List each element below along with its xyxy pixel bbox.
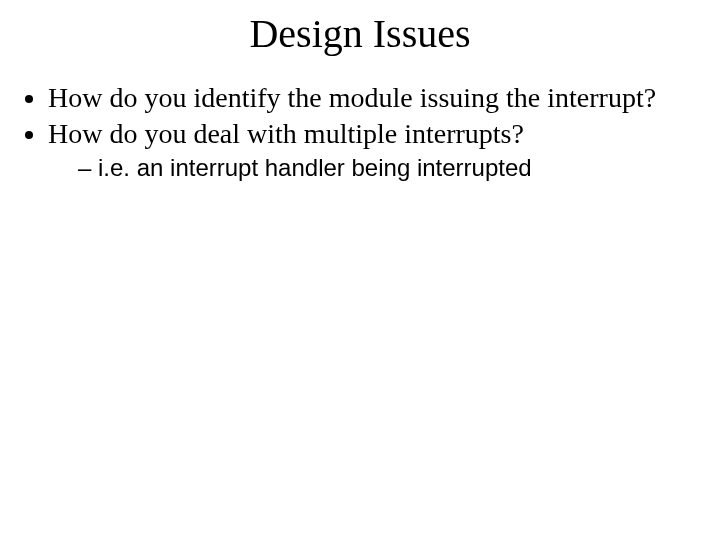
list-item: How do you deal with multiple interrupts… xyxy=(48,117,720,183)
list-item: i.e. an interrupt handler being interrup… xyxy=(78,154,720,183)
slide-title: Design Issues xyxy=(0,0,720,81)
slide: Design Issues How do you identify the mo… xyxy=(0,0,720,540)
bullet-text: How do you identify the module issuing t… xyxy=(48,82,656,113)
bullet-list: How do you identify the module issuing t… xyxy=(0,81,720,183)
sub-bullet-text: i.e. an interrupt handler being interrup… xyxy=(98,154,532,181)
bullet-text: How do you deal with multiple interrupts… xyxy=(48,118,524,149)
list-item: How do you identify the module issuing t… xyxy=(48,81,720,115)
sub-bullet-list: i.e. an interrupt handler being interrup… xyxy=(48,154,720,183)
